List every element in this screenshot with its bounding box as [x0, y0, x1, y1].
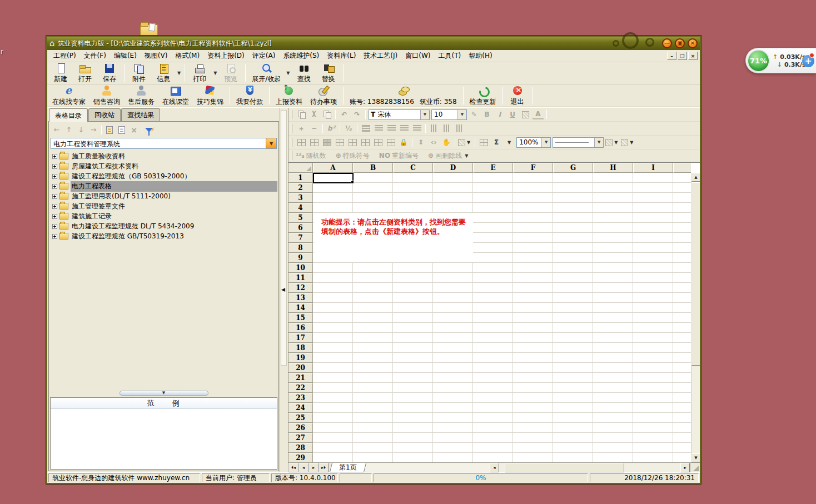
column-header-A[interactable]: A [313, 163, 353, 173]
row-header-23[interactable]: 23 [288, 393, 313, 403]
tree-item-6[interactable]: 建筑施工记录 [50, 211, 277, 221]
expand-plus-icon[interactable] [52, 234, 57, 239]
prev-sheet-button[interactable]: ◂ [298, 463, 309, 472]
row-header-27[interactable]: 27 [288, 433, 313, 443]
scroll-right-button[interactable]: ▸ [680, 463, 690, 472]
row-header-26[interactable]: 26 [288, 423, 313, 433]
formula-box-button[interactable] [478, 137, 489, 147]
redo-button[interactable]: ↷ [351, 109, 362, 119]
border-style-button[interactable]: ▼ [621, 137, 635, 147]
tree-item-2[interactable]: 建设工程监理规范（GB 50319-2000） [50, 171, 277, 181]
expand-plus-icon[interactable] [52, 214, 57, 219]
menu-item-4[interactable]: 格式(M) [171, 50, 203, 62]
lock-cells-button[interactable]: 🔒 [398, 137, 409, 147]
menu-item-5[interactable]: 资料上报(D) [203, 50, 248, 62]
toolbar-find-button[interactable]: 查找 [292, 62, 316, 85]
copy-button[interactable] [296, 109, 307, 119]
column-header-partial[interactable] [673, 163, 691, 173]
row-header-14[interactable]: 14 [288, 303, 313, 313]
scroll-up-button[interactable]: ▲ [691, 173, 700, 182]
menu-item-6[interactable]: 评定(A) [248, 50, 280, 62]
fill-cells-button[interactable] [372, 137, 384, 147]
align-justify-button[interactable] [360, 123, 371, 133]
column-header-H[interactable]: H [593, 163, 633, 173]
auto-fit-button[interactable]: ✋ [441, 137, 452, 147]
misc-tool-2-button[interactable]: NO重新编号 [379, 151, 419, 161]
column-header-E[interactable]: E [473, 163, 513, 173]
last-sheet-button[interactable]: ▸⏵ [319, 463, 329, 472]
delete-node-button[interactable]: × [128, 124, 140, 136]
scroll-left-button[interactable]: ◂ [490, 463, 499, 472]
column-header-G[interactable]: G [553, 163, 593, 173]
toolbar-save-button[interactable]: 保存 [97, 62, 122, 85]
merge-across-button[interactable] [360, 137, 371, 147]
tree-item-1[interactable]: 房屋建筑工程技术资料 [50, 161, 277, 171]
memory-percent-ball[interactable]: 71% [747, 49, 770, 72]
chevron-down-icon[interactable]: ▼ [613, 140, 619, 145]
move-right-button[interactable]: → [88, 124, 99, 136]
expand-plus-icon[interactable] [52, 174, 57, 179]
toolbar-new-button[interactable]: 新建 [48, 62, 73, 85]
expand-plus-icon[interactable] [52, 154, 57, 159]
row-header-7[interactable]: 7 [288, 233, 313, 243]
row-header-29[interactable]: 29 [288, 453, 313, 462]
undo-button[interactable]: ↶ [339, 109, 350, 119]
border-color-button[interactable]: ▼ [605, 137, 619, 147]
toolbar-todo-button[interactable]: 待办事项 [306, 85, 341, 106]
selected-cell-a1[interactable] [313, 173, 354, 183]
row-header-20[interactable]: 20 [288, 363, 313, 373]
scroll-down-button[interactable]: ▼ [691, 453, 700, 462]
font-size-arrow[interactable]: ▼ [457, 110, 466, 119]
title-bar[interactable]: ⌂ 筑业资料电力版 - [D:\筑业建筑系列软件\电力工程资料软件\工程\1.z… [47, 37, 700, 50]
toolbar-class-button[interactable]: 在线课堂 [158, 85, 193, 106]
tab-0[interactable]: 表格目录 [49, 108, 88, 122]
move-up-button[interactable]: ↑ [63, 124, 74, 136]
paste-tree-button[interactable] [104, 124, 115, 136]
column-header-I[interactable]: I [633, 163, 673, 173]
net-speed-widget[interactable]: 71% ↑0.03K/s ↓0.3K/s + [745, 48, 816, 73]
vertical-text3-button[interactable] [454, 123, 465, 133]
cell-format-button[interactable] [321, 137, 332, 147]
line-style-arrow[interactable]: ▼ [594, 138, 603, 147]
next-sheet-button[interactable]: ▸ [309, 463, 319, 472]
vertical-text2-button[interactable] [441, 123, 452, 133]
toolbar-coins-button[interactable]: 账号: 13882838156筑业币: 358 [346, 85, 461, 106]
tree-item-0[interactable]: 施工质量验收资料 [50, 151, 277, 161]
sum-button[interactable]: Σ [491, 137, 502, 147]
menu-item-12[interactable]: 帮助(H) [465, 50, 496, 62]
vertical-scroll-thumb[interactable] [691, 182, 700, 366]
vertical-scrollbar[interactable]: ▲ ▼ [691, 173, 700, 462]
align-right-button[interactable] [399, 123, 410, 133]
mdi-restore-button[interactable]: ❐ [678, 52, 687, 60]
row-header-18[interactable]: 18 [288, 343, 313, 353]
cut-button[interactable] [309, 109, 320, 119]
resize-corner[interactable] [690, 463, 700, 472]
mdi-minimize-button[interactable]: – [667, 52, 676, 60]
column-header-D[interactable]: D [433, 163, 473, 173]
toolbar-expand-button[interactable]: 展开/收起 [248, 62, 285, 85]
row-header-1[interactable]: 1 [288, 173, 313, 183]
toolbar-person-g-button[interactable]: 售后服务 [124, 85, 158, 106]
font-name-arrow[interactable]: ▼ [420, 110, 429, 119]
chevron-down-icon[interactable]: ▼ [628, 140, 635, 145]
misc-tool-0-button[interactable]: ¹²₃随机数 [296, 151, 326, 161]
toolbar-open-button[interactable]: 打开 [73, 62, 97, 85]
font-size-select[interactable]: 10 ▼ [431, 109, 467, 120]
row-header-21[interactable]: 21 [288, 373, 313, 383]
insert-row-button[interactable]: ＋ [296, 123, 307, 133]
menu-item-3[interactable]: 视图(V) [141, 50, 172, 62]
toolbar-exit-button[interactable]: 退出 [505, 85, 530, 106]
expand-plus-icon[interactable] [52, 224, 57, 229]
first-sheet-button[interactable]: ⏴◂ [288, 463, 298, 472]
close-button[interactable]: ✕ [688, 38, 698, 48]
tree-item-5[interactable]: 施工管理签章文件 [50, 201, 277, 211]
tree-item-7[interactable]: 电力建设工程监理规范 DL/T 5434-2009 [50, 221, 277, 231]
example-collapse-handle[interactable]: ▼ [120, 391, 208, 396]
row-header-5[interactable]: 5 [288, 213, 313, 223]
chevron-down-icon[interactable]: ▼ [285, 71, 291, 76]
row-header-19[interactable]: 19 [288, 353, 313, 363]
tab-2[interactable]: 查找结果 [121, 108, 160, 121]
format-painter-button[interactable]: ✎ [469, 109, 480, 119]
diagonal-button[interactable]: ▼ [458, 137, 472, 147]
row-header-12[interactable]: 12 [288, 283, 313, 293]
